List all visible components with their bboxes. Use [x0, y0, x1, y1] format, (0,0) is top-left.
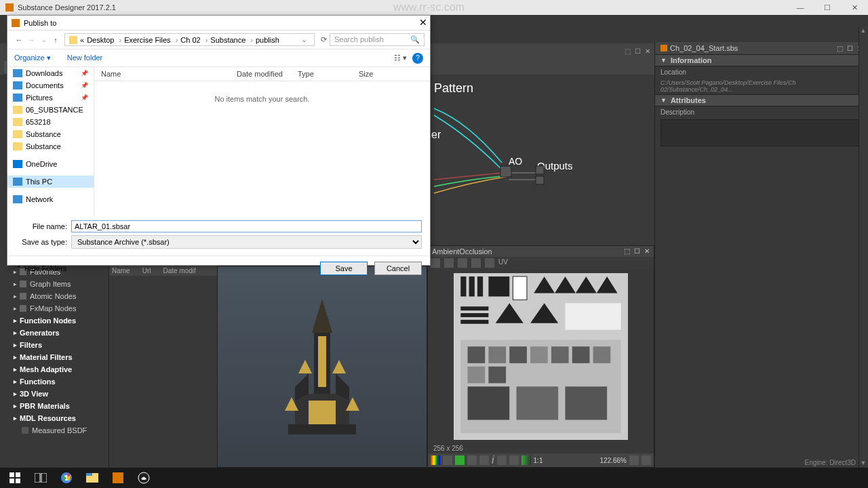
col-name[interactable]: Name — [101, 70, 237, 78]
help-button[interactable]: ? — [412, 53, 423, 64]
tool-icon[interactable] — [471, 258, 481, 268]
organize-button[interactable]: Organize ▾ — [14, 54, 51, 62]
grid-icon[interactable] — [467, 455, 477, 465]
substance-icon[interactable] — [106, 468, 130, 487]
start-button[interactable] — [3, 468, 27, 487]
library-item-pbr-materials[interactable]: ▸PBR Materials — [0, 400, 108, 412]
crumb-2[interactable]: Ch 02 — [180, 36, 200, 44]
dialog-close-button[interactable]: ✕ — [419, 17, 427, 28]
library-label: FxMap Nodes — [30, 304, 76, 312]
tool-icon[interactable] — [497, 455, 507, 465]
maximize-icon[interactable]: ☐ — [635, 47, 641, 55]
section-attributes[interactable]: ▼ Attributes — [655, 94, 868, 106]
tree-item-onedrive[interactable]: OneDrive — [7, 158, 94, 170]
save-button[interactable]: Save — [320, 262, 368, 275]
library-sub-item[interactable]: Measured BSDF — [0, 424, 108, 436]
chevron-down-icon: ▼ — [660, 57, 667, 64]
tool-icon[interactable] — [521, 455, 531, 465]
undock-icon[interactable]: ⬚ — [837, 45, 843, 52]
svg-rect-30 — [565, 303, 620, 329]
tree-item-substance[interactable]: Substance — [7, 128, 94, 140]
tree-item-network[interactable]: Network — [7, 193, 94, 205]
channel-green-icon[interactable] — [455, 455, 465, 465]
scrollbar-vertical[interactable]: ▲ ▼ — [859, 27, 868, 468]
library-item-mdl-resources[interactable]: ▸MDL Resources — [0, 412, 108, 424]
close-button[interactable]: ✕ — [841, 0, 868, 15]
svg-rect-26 — [460, 313, 488, 317]
col-size[interactable]: Size — [359, 70, 373, 78]
library-item-function-nodes[interactable]: ▸Function Nodes — [0, 314, 108, 327]
category-icon — [20, 281, 26, 287]
crumb-0[interactable]: Desktop — [87, 36, 114, 44]
section-information[interactable]: ▼ Information — [655, 54, 868, 66]
crumb-4[interactable]: publish — [256, 36, 279, 44]
zoom-icon[interactable] — [629, 455, 639, 465]
info-icon[interactable]: i — [492, 454, 494, 466]
svg-rect-16 — [460, 277, 466, 297]
cancel-button[interactable]: Cancel — [374, 262, 422, 275]
view-2d-canvas[interactable] — [454, 273, 628, 440]
uv-label: UV — [498, 258, 508, 268]
tree-item-downloads[interactable]: Downloads📌 — [7, 67, 94, 79]
minimize-button[interactable]: — — [787, 0, 814, 15]
unreal-icon[interactable] — [132, 468, 156, 487]
tool-icon[interactable] — [509, 455, 519, 465]
maximize-panel-icon[interactable]: ☐ — [634, 247, 640, 256]
col-type[interactable]: Type — [298, 70, 359, 78]
crumb-1[interactable]: Exercise Files — [124, 36, 170, 44]
tree-item-06_substance[interactable]: 06_SUBSTANCE — [7, 104, 94, 116]
explorer-icon[interactable] — [80, 468, 104, 487]
graph-canvas[interactable]: Pattern er AO Outputs — [427, 75, 654, 245]
library-item-functions[interactable]: ▸Functions — [0, 375, 108, 388]
library-item-3d-view[interactable]: ▸3D View — [0, 388, 108, 400]
library-item-atomic-nodes[interactable]: ▸Atomic Nodes — [0, 290, 108, 302]
forward-button[interactable]: → — [25, 36, 37, 44]
breadcrumb[interactable]: « Desktop› Exercise Files› Ch 02› Substa… — [64, 33, 315, 46]
chevron-icon: ▸ — [14, 378, 17, 385]
tool-icon[interactable] — [485, 258, 494, 268]
filename-input[interactable] — [71, 220, 422, 232]
close-panel-icon[interactable]: ✕ — [644, 247, 650, 256]
saveas-select[interactable]: Substance Archive (*.sbsar) — [71, 235, 422, 249]
library-item-material-filters[interactable]: ▸Material Filters — [0, 351, 108, 363]
chrome-icon[interactable] — [54, 468, 79, 487]
view-3d[interactable] — [217, 266, 427, 468]
close-icon[interactable]: ✕ — [645, 47, 650, 55]
zoom-label[interactable]: 122.66% — [600, 457, 627, 464]
props-tab[interactable]: Ch_02_04_Start.sbs ⬚ ☐ ✕ — [655, 42, 868, 54]
tool-icon[interactable] — [431, 258, 440, 268]
library-item-fxmap-nodes[interactable]: ▸FxMap Nodes — [0, 302, 108, 314]
library-item-generators[interactable]: ▸Generators — [0, 327, 108, 339]
library-item-mesh-adaptive[interactable]: ▸Mesh Adaptive — [0, 363, 108, 375]
task-view-button[interactable] — [28, 468, 53, 487]
new-folder-button[interactable]: New folder — [67, 54, 103, 62]
recent-button[interactable]: ⌄ — [37, 35, 50, 44]
tree-item-documents[interactable]: Documents📌 — [7, 79, 94, 92]
maximize-button[interactable]: ☐ — [814, 0, 841, 15]
tool-icon[interactable] — [458, 258, 467, 268]
tree-item-this-pc[interactable]: This PC — [7, 176, 94, 188]
library-item-filters[interactable]: ▸Filters — [0, 339, 108, 351]
ratio-label[interactable]: 1:1 — [534, 457, 543, 464]
tree-item-substance[interactable]: Substance — [7, 140, 94, 152]
chevron-down-icon[interactable]: ⌄ — [301, 35, 307, 44]
undock-icon[interactable]: ⬚ — [624, 247, 630, 256]
menu-icon[interactable] — [642, 455, 651, 465]
tool-icon[interactable] — [444, 258, 454, 268]
description-field[interactable] — [660, 119, 863, 146]
search-input[interactable]: Search publish 🔍 — [330, 33, 425, 46]
back-button[interactable]: ← — [13, 36, 25, 44]
col-date[interactable]: Date modified — [237, 70, 298, 78]
rgba-icon[interactable] — [431, 455, 440, 465]
tree-item-pictures[interactable]: Pictures📌 — [7, 92, 94, 104]
grid2-icon[interactable] — [479, 455, 489, 465]
view-options-button[interactable]: ☷ ▾ — [394, 54, 407, 62]
undock-icon[interactable]: ⬚ — [625, 47, 631, 55]
crumb-3[interactable]: Substance — [210, 36, 245, 44]
refresh-button[interactable]: ⟳ — [317, 35, 330, 44]
channel-icon[interactable] — [443, 455, 452, 465]
tree-item-653218[interactable]: 653218 — [7, 116, 94, 128]
up-button[interactable]: ↑ — [50, 36, 62, 44]
hide-folders-button[interactable]: ⌃ Hide Folders — [16, 264, 66, 273]
maximize-panel-icon[interactable]: ☐ — [847, 45, 853, 52]
